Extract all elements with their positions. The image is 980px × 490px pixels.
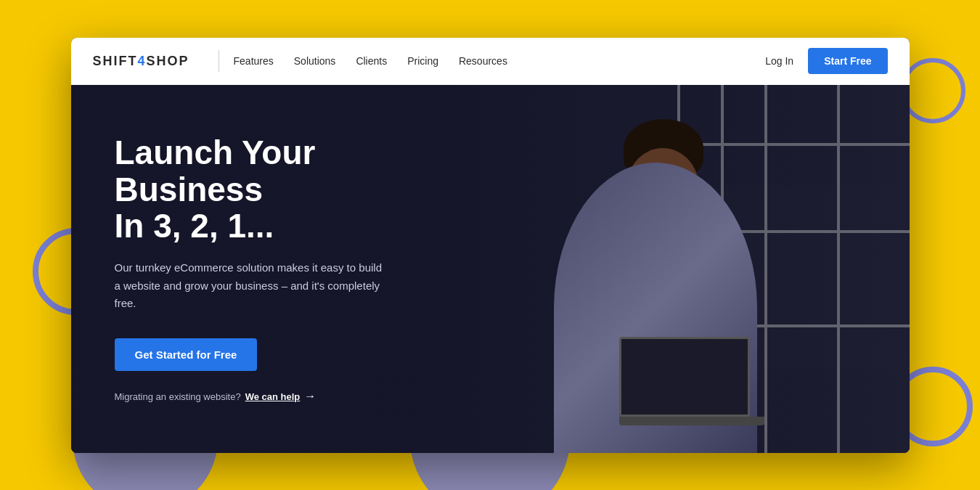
start-free-button[interactable]: Start Free bbox=[808, 48, 887, 74]
laptop-base bbox=[619, 417, 764, 425]
hero-content: Launch Your Business In 3, 2, 1... Our t… bbox=[71, 134, 507, 403]
logo-text: SHIFT4SHOP bbox=[93, 54, 189, 69]
nav-resources[interactable]: Resources bbox=[459, 55, 507, 67]
nav-links: Features Solutions Clients Pricing Resou… bbox=[234, 55, 766, 67]
decorative-circle-right-top bbox=[900, 58, 965, 123]
laptop-prop bbox=[619, 337, 764, 431]
nav-divider bbox=[219, 50, 219, 72]
nav-right: eCommerce Software Log In Start Free bbox=[765, 48, 887, 74]
arrow-icon: → bbox=[304, 390, 316, 403]
browser-window: SHIFT4SHOP Features Solutions Clients Pr… bbox=[71, 38, 910, 453]
nav-features[interactable]: Features bbox=[234, 55, 274, 67]
hero-title-line2: In 3, 2, 1... bbox=[115, 207, 274, 245]
hero-title: Launch Your Business In 3, 2, 1... bbox=[115, 134, 463, 245]
migrate-link[interactable]: We can help bbox=[245, 391, 301, 402]
logo-number: 4 bbox=[138, 54, 147, 68]
nav-solutions[interactable]: Solutions bbox=[294, 55, 336, 67]
shelf-v4 bbox=[837, 85, 840, 453]
logo[interactable]: SHIFT4SHOP bbox=[93, 54, 189, 69]
get-started-button[interactable]: Get Started for Free bbox=[115, 338, 258, 371]
hero-section: Launch Your Business In 3, 2, 1... Our t… bbox=[71, 85, 910, 453]
hero-subtitle: Our turnkey eCommerce solution makes it … bbox=[115, 259, 383, 313]
migrate-section: Migrating an existing website? We can he… bbox=[115, 390, 463, 403]
login-button[interactable]: Log In bbox=[765, 55, 793, 67]
laptop-screen bbox=[619, 337, 750, 417]
migrate-label: Migrating an existing website? bbox=[115, 391, 241, 402]
navbar: SHIFT4SHOP Features Solutions Clients Pr… bbox=[71, 38, 910, 85]
hero-title-line1: Launch Your Business bbox=[115, 134, 316, 208]
nav-pricing[interactable]: Pricing bbox=[407, 55, 438, 67]
nav-clients[interactable]: Clients bbox=[356, 55, 387, 67]
